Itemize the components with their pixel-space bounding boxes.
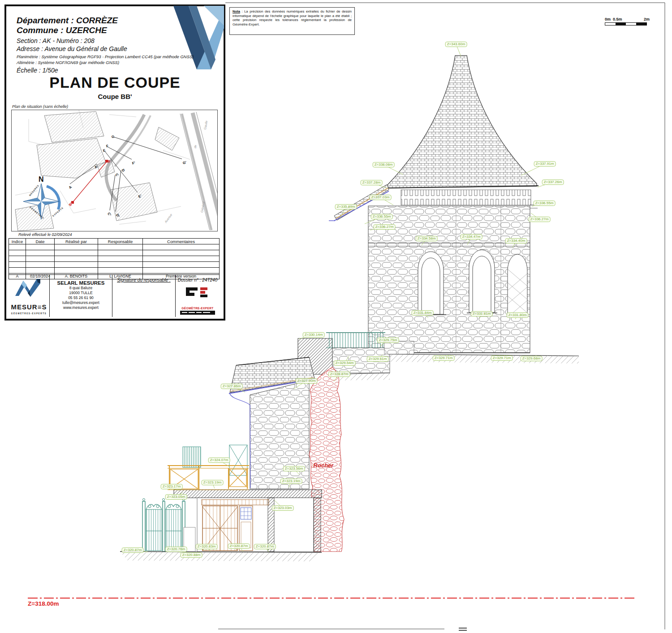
table-row [9,244,220,250]
lower-wall [250,381,309,489]
company-logo-cell: MESUR≡S GÉOMÈTRES-EXPERTS [9,275,50,317]
map-caption: Plan de situation (sans échelle) [12,104,68,109]
tower-spire-roof [387,56,537,188]
table-row [9,256,220,262]
tower [368,56,540,353]
mesures-logo-icon [13,277,45,298]
balustrade [168,445,249,490]
situation-map: N AA'BB'CC'DD'EE'FF'GG'GaulledeGénéralAv… [11,110,218,231]
slab [174,490,322,498]
ground-right [389,354,579,364]
commune: Commune : UZERCHE [17,26,107,35]
ground-bottom [120,552,322,561]
table-header: Date [26,239,55,244]
nota-label: Nota [233,9,240,13]
table-header: Commentaires [143,239,220,244]
page-subtitle: Coupe BB' [6,93,224,100]
section-numero: Section : AK - Numéro : 208 [17,37,95,44]
tower-cornice [401,190,531,205]
plan-sheet: Rocher Z=318.00m Z=343.60mZ=338.08mZ=337… [0,0,672,633]
oge-tagline-bar [180,311,215,315]
page-title: PLAN DE COUPE [6,74,224,91]
garage [174,490,322,552]
company-line: www.mesures.expert [50,305,112,310]
mesures-subtitle: GÉOMÈTRES-EXPERTS [9,312,49,315]
nota-text: : La précision des données numériques ex… [233,9,352,26]
table-header: Indice [9,239,26,244]
echelle: Échelle : 1/50e [17,67,58,74]
title-block: Département : CORRÈZE Commune : UZERCHE … [4,4,225,321]
table-header: Responsable [98,239,143,244]
signature-cell: Signature du responsable : [112,275,176,317]
lintel [202,500,269,505]
company-line: 05 55 26 61 90 [50,295,112,300]
planimetrie: Planimétrie : Système Géographique RGF93… [17,54,194,59]
survey-note: Relevé effectué le 02/09/2024 [18,232,72,237]
dossier-number: Dossier n° : 24T240 [176,278,220,282]
garage-door [202,506,237,551]
scale-label-05: 0.5m [613,17,622,21]
tower-windows [416,250,527,316]
gate [142,499,185,552]
table-row [9,268,220,274]
scale-label-2: 2m [644,17,650,21]
pillar [184,527,195,552]
dossier-cell: Dossier n° : 24T240 GÉOMÈTRE-EXPERT [176,275,220,317]
map-mark-G': G' [182,160,187,165]
oge-logo-icon [185,287,210,302]
small-door [239,506,253,551]
signature-label: Signature du responsable : [112,278,175,282]
company-line: 8 quai Baluze [50,286,112,291]
north-letter: N [39,175,44,183]
table-row [9,250,220,256]
footer-block: MESUR≡S GÉOMÈTRES-EXPERTS SELARL MESURES… [9,274,220,317]
scale-segments [605,22,647,26]
company-address: 8 quai Baluze19000 TULLE05 55 26 61 90tu… [50,286,112,310]
company-name: SELARL MESURES [50,280,112,286]
company-line: 19000 TULLE [50,291,112,295]
nota-box: Nota : La précision des données numériqu… [229,7,355,35]
mesures-wordmark: MESUR≡S [9,303,49,311]
altimetrie: Altimétrie : Système NGF/IGN69 (par méth… [17,60,119,65]
departement: Département : CORRÈZE [17,16,118,26]
company-info-cell: SELARL MESURES 8 quai Baluze19000 TULLE0… [50,275,112,317]
tower-wall [368,206,530,353]
adresse: Adresse : Avenue du Général de Gaulle [17,45,127,52]
table-header: Réalisé par [55,239,98,244]
oge-label: GÉOMÈTRE-EXPERT [176,307,220,310]
scale-bar: 0m 0.5m 2m [605,17,650,26]
revision-table: IndiceDateRéalisé parResponsableCommenta… [9,238,220,279]
table-row [9,262,220,268]
map-mark-G: G [111,135,115,139]
terrace-railing [327,333,384,348]
scale-label-0: 0m [605,17,611,21]
company-line: tulle@mesures.expert [50,300,112,305]
